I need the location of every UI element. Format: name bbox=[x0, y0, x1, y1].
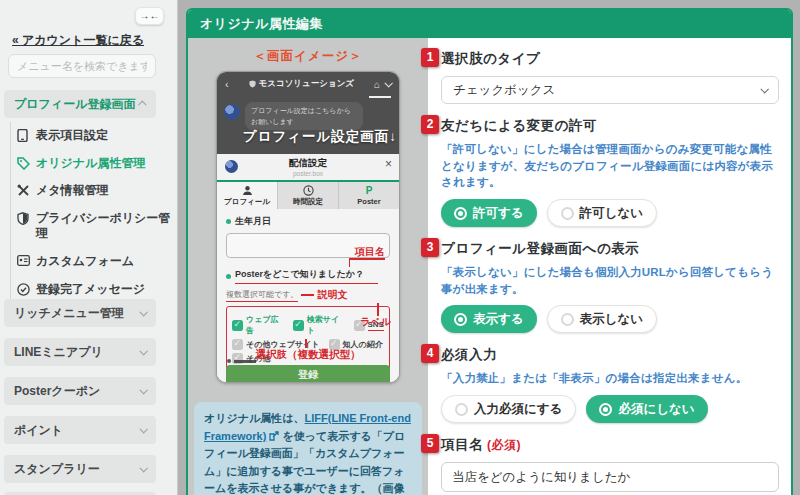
tab-label: プロフィール bbox=[224, 197, 270, 207]
submit-button[interactable]: 登録 bbox=[226, 365, 390, 383]
external-link-icon bbox=[269, 431, 279, 441]
annotation-description: 説明文 bbox=[317, 288, 347, 302]
chevron-down-icon bbox=[760, 85, 768, 93]
sidebar-item-display-settings[interactable]: 表示項目設定 bbox=[17, 122, 174, 150]
account-avatar bbox=[225, 160, 238, 173]
sidebar-item-label: 登録完了メッセージ bbox=[36, 282, 145, 298]
group-label: スタンプラリー bbox=[14, 461, 100, 478]
tab-profile[interactable]: プロフィール bbox=[217, 182, 278, 209]
bubble-text: プロフィール設定はこちらから bbox=[251, 105, 357, 116]
note-text: オリジナル属性は、 bbox=[204, 412, 305, 424]
radio-not-required[interactable]: 必須にしない bbox=[586, 395, 707, 423]
group-label: Posterクーポン bbox=[14, 383, 100, 400]
required-dot-icon bbox=[226, 274, 231, 279]
section-title: 項目名 bbox=[441, 437, 483, 452]
field-label: 生年月日 bbox=[235, 215, 271, 228]
annotation-line bbox=[349, 258, 351, 267]
radio-selected-icon bbox=[454, 207, 467, 220]
section-description: 「許可しない」にした場合は管理画面からのみ変更可能な属性となりますが、友だちのプ… bbox=[441, 141, 779, 191]
sidebar-submenu: 表示項目設定 オリジナル属性管理 メタ情報管理 プライバシーポリシー管理 bbox=[10, 122, 174, 303]
shield-icon bbox=[17, 212, 30, 225]
radio-selected-icon bbox=[599, 403, 612, 416]
item-name-input[interactable] bbox=[441, 462, 779, 492]
radio-make-required[interactable]: 入力必須にする bbox=[441, 395, 576, 423]
sidebar-group-points[interactable]: ポイント bbox=[4, 416, 156, 444]
checkbox-option[interactable]: ウェブ広告 bbox=[232, 314, 284, 336]
mobile-icon bbox=[17, 129, 30, 142]
radio-hide[interactable]: 表示しない bbox=[547, 305, 657, 333]
line-account-name: モスコソリューションズ bbox=[259, 78, 355, 90]
tab-indicator-bar bbox=[369, 96, 391, 98]
radio-show[interactable]: 表示する bbox=[441, 305, 537, 333]
modal-tabs: プロフィール 時間設定 P Poster bbox=[217, 182, 399, 209]
panel-title: オリジナル属性編集 bbox=[188, 10, 791, 38]
id-card-icon bbox=[17, 255, 30, 266]
section-number-badge: 4 bbox=[421, 344, 439, 363]
tab-label: Poster bbox=[357, 197, 380, 206]
sidebar-group-poster-coupon[interactable]: Posterクーポン bbox=[4, 377, 156, 405]
line-chat-area: ‹ モスコソリューションズ ⌂ bbox=[217, 72, 399, 154]
checkbox-label: ウェブ広告 bbox=[246, 314, 284, 336]
bubble-text: お願いします bbox=[251, 116, 357, 127]
chevron-down-icon bbox=[139, 308, 147, 316]
radio-label: 表示しない bbox=[580, 311, 643, 328]
group-label: LINEミニアプリ bbox=[14, 344, 103, 361]
modal-title: 配信設定 bbox=[217, 154, 399, 170]
check-circle-icon bbox=[17, 283, 30, 296]
sidebar-group-rich-menu[interactable]: リッチメニュー管理 bbox=[4, 299, 156, 327]
sidebar-item-meta-info[interactable]: メタ情報管理 bbox=[17, 177, 174, 205]
sidebar-item-privacy-policy[interactable]: プライバシーポリシー管理 bbox=[17, 205, 174, 248]
sidebar-item-original-attributes[interactable]: オリジナル属性管理 bbox=[17, 150, 174, 178]
chevron-down-icon bbox=[139, 386, 147, 394]
truncated-field bbox=[227, 359, 256, 363]
preview-caption: ＜画面イメージ＞ bbox=[188, 48, 428, 65]
group-label: プロフィール登録画面 bbox=[14, 96, 135, 113]
checkbox-checked-icon bbox=[232, 320, 243, 331]
tab-time-settings[interactable]: 時間設定 bbox=[278, 182, 339, 209]
sidebar-item-label: カスタムフォーム bbox=[36, 254, 134, 270]
field-description: 複数選択可能です。 bbox=[226, 289, 298, 302]
sidebar-group-line-mini-app[interactable]: LINEミニアプリ bbox=[4, 338, 156, 366]
tab-poster[interactable]: P Poster bbox=[339, 182, 399, 209]
section-required-input: 4 必須入力 「入力禁止」または「非表示」の場合は指定出来ません。 入力必須にす… bbox=[441, 346, 779, 423]
sidebar-collapse-button[interactable]: →← bbox=[135, 7, 164, 25]
sidebar-group-stamp-rally[interactable]: スタンプラリー bbox=[4, 455, 156, 483]
section-number-badge: 5 bbox=[421, 434, 439, 453]
phone-mockup: ‹ モスコソリューションズ ⌂ bbox=[216, 71, 400, 383]
back-to-account-list-link[interactable]: « アカウント一覧に戻る bbox=[12, 32, 144, 49]
chevron-down-icon bbox=[139, 464, 147, 472]
radio-label: 表示する bbox=[473, 311, 524, 328]
choice-type-select[interactable]: チェックボックス bbox=[441, 76, 779, 104]
field-label: Posterをどこで知りましたか？ bbox=[235, 268, 378, 284]
required-dot-icon bbox=[226, 219, 231, 224]
overlay-caption: プロフィール設定画面↓ bbox=[231, 128, 397, 146]
sidebar-group-profile-registration[interactable]: プロフィール登録画面 bbox=[4, 90, 156, 118]
sidebar: →← « アカウント一覧に戻る プロフィール登録画面 表示項目設定 オリジナル属… bbox=[0, 0, 178, 495]
poster-logo-icon: P bbox=[366, 186, 373, 196]
sidebar-item-label: プライバシーポリシー管理 bbox=[36, 211, 174, 242]
radio-selected-icon bbox=[454, 313, 467, 326]
liff-modal-header: 配信設定 poster.box × bbox=[217, 154, 399, 180]
radio-label: 必須にしない bbox=[618, 401, 694, 418]
menu-search-input[interactable] bbox=[8, 54, 156, 78]
annotation-line bbox=[349, 258, 385, 260]
attribute-edit-form: 1 選択肢のタイプ チェックボックス 2 友だちによる変更の許可 「許可しない」… bbox=[428, 38, 791, 495]
clock-icon bbox=[303, 185, 314, 196]
modal-subtitle: poster.box bbox=[217, 170, 399, 177]
section-title: 友だちによる変更の許可 bbox=[441, 117, 779, 135]
chevron-left-icon: ‹ bbox=[225, 78, 229, 90]
annotation-line bbox=[305, 339, 307, 348]
close-icon[interactable]: × bbox=[385, 157, 392, 171]
radio-disallow[interactable]: 許可しない bbox=[547, 199, 657, 227]
select-value: チェックボックス bbox=[453, 82, 555, 99]
sidebar-item-custom-form[interactable]: カスタムフォーム bbox=[17, 248, 174, 276]
chevron-down-icon bbox=[384, 79, 392, 87]
section-title: 必須入力 bbox=[441, 346, 779, 364]
sidebar-item-label: メタ情報管理 bbox=[36, 183, 109, 199]
section-description: 「入力禁止」または「非表示」の場合は指定出来ません。 bbox=[441, 370, 779, 387]
radio-allow[interactable]: 許可する bbox=[441, 199, 537, 227]
liff-note: オリジナル属性は、LIFF(LINE Front-end Framework) … bbox=[194, 402, 422, 495]
annotation-label: ラベル bbox=[360, 315, 391, 329]
wrench-screwdriver-icon bbox=[17, 184, 30, 197]
checkbox-option[interactable]: 検索サイト bbox=[293, 314, 345, 336]
